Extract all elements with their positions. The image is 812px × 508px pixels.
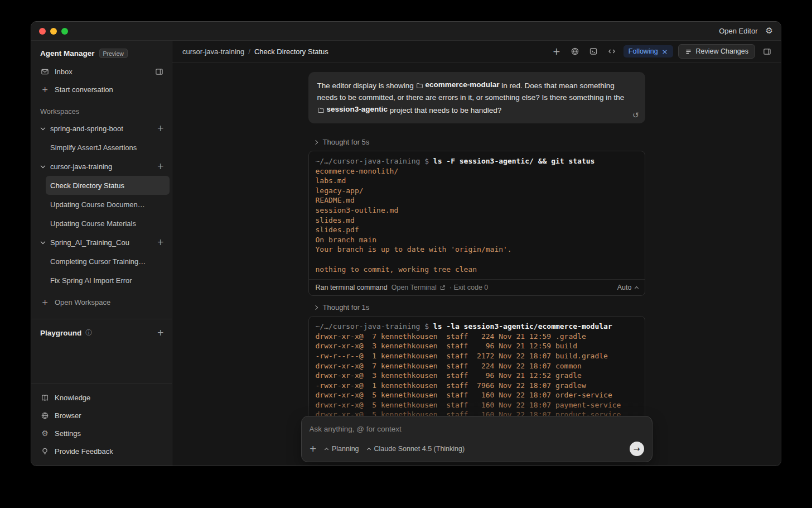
restore-checkpoint-icon[interactable]: ↺ [632,111,639,119]
breadcrumb-page: Check Directory Status [254,47,328,56]
terminal-output: ecommerce-monolith/labs.mdlegacy-app/REA… [316,166,638,275]
ran-command-label: Ran terminal command [316,284,388,291]
conversation-header: cursor-java-training / Check Directory S… [172,41,781,63]
sidebar-item-inbox[interactable]: Inbox [31,63,172,80]
minimize-window-button[interactable] [50,28,57,35]
new-conversation-button[interactable]: + [550,45,563,58]
close-window-button[interactable] [39,28,46,35]
user-message: The editor display is showing ecommerce-… [308,72,645,123]
bulb-icon [40,447,50,456]
terminal-prompt: ~/…/cursor-java-training $ [316,322,433,330]
sidebar-item-knowledge[interactable]: Knowledge [31,389,172,406]
start-conversation-button[interactable]: + Start conversation [31,80,172,98]
workspace-spring-and-spring-boot[interactable]: spring-and-spring-boot+ [31,119,172,138]
sidebar-footer: KnowledgeBrowser⚙SettingsProvide Feedbac… [31,384,172,466]
diff-list-icon [685,48,692,55]
add-conversation-button[interactable]: + [157,162,164,171]
workspace-name: spring-and-spring-boot [50,124,123,133]
sidebar-item-label: Browser [55,411,81,420]
terminal-output-line: slides.pdf [316,225,638,235]
thought-toggle[interactable]: Thought for 1s [314,303,645,311]
gear-icon[interactable]: ⚙ [766,27,773,35]
add-context-button[interactable]: + [310,444,317,453]
folder-icon [317,107,325,114]
conversation-item[interactable]: Updating Course Documen… [46,195,170,214]
add-playground-button[interactable]: + [157,329,164,337]
thought-label: Thought for 1s [323,303,370,311]
close-icon[interactable]: × [662,48,668,55]
conversation-item[interactable]: Updating Course Materials [46,214,170,233]
send-button[interactable]: → [630,442,644,456]
plus-icon: + [40,298,50,306]
terminal-output-line: ecommerce-monolith/ [316,166,638,176]
chevron-right-icon [313,140,317,144]
terminal-output-line: drwxr-xr-x@ 3 kennethkousen staff 96 Nov… [316,341,638,351]
conversation-item[interactable]: Simplify AssertJ Assertions [46,138,170,157]
panel-toggle-icon[interactable] [154,68,164,76]
sidebar-item-label: Knowledge [55,394,90,402]
sidebar-item-playground[interactable]: Playground ⓘ + [31,319,172,346]
terminal-output-line: -rwxr-xr-x@ 1 kennethkousen staff 7966 N… [316,381,638,391]
conversation-item[interactable]: Completing Cursor Training… [46,252,170,271]
sidebar: Agent Manager Preview Inbox + Start conv… [31,41,172,466]
chevron-down-icon [41,125,45,130]
open-terminal-link[interactable]: Open Terminal [392,284,446,291]
terminal-command: ~/…/cursor-java-training $ ls -la sessio… [316,322,638,332]
thought-toggle[interactable]: Thought for 5s [314,138,645,146]
chevron-right-icon [313,305,317,309]
terminal-command-text: ls -F session3-agentic/ && git status [433,157,595,165]
open-editor-button[interactable]: Open Editor [719,27,757,35]
folder-icon [416,82,423,89]
workspace-Spring_AI_Training_Cou[interactable]: Spring_AI_Training_Cou+ [31,233,172,252]
sidebar-item-browser[interactable]: Browser [31,406,172,424]
chat-composer[interactable]: + Planning Claude Sonnet 4.5 (Thinking) … [301,416,652,462]
file-chip[interactable]: ecommerce-modular [416,79,500,90]
open-terminal-label: Open Terminal [392,284,437,291]
terminal-command: ~/…/cursor-java-training $ ls -F session… [316,156,638,166]
review-changes-button[interactable]: Review Changes [678,44,756,59]
terminal-output-line: drwxr-xr-x@ 3 kennethkousen staff 96 Nov… [316,371,638,381]
thought-label: Thought for 5s [323,138,370,146]
file-chip[interactable]: session3-agentic [317,103,388,115]
add-conversation-button[interactable]: + [157,238,164,247]
terminal-output-line: README.md [316,195,638,205]
sidebar-item-settings[interactable]: ⚙Settings [31,424,172,442]
add-conversation-button[interactable]: + [157,124,164,133]
code-icon[interactable] [605,45,618,58]
preview-badge: Preview [99,49,128,58]
chevron-up-icon [325,448,328,452]
terminal-footer: Ran terminal command Open Terminal · Exi… [309,279,645,295]
external-link-icon [439,285,446,291]
workspace-cursor-java-training[interactable]: cursor-java-training+ [31,157,172,176]
sidebar-item-label: Settings [55,429,81,438]
chat-input[interactable] [310,425,644,433]
auto-label: Auto [617,284,632,291]
terminal-icon[interactable] [587,45,600,58]
terminal-output-line [316,255,638,265]
terminal-output-line: labs.md [316,176,638,186]
breadcrumb-workspace[interactable]: cursor-java-training [182,47,244,56]
breadcrumb: cursor-java-training / Check Directory S… [182,47,328,56]
conversation-item[interactable]: Fix Spring AI Import Error [46,271,170,290]
terminal-output-line: nothing to commit, working tree clean [316,265,638,275]
sidebar-item-provide-feedback[interactable]: Provide Feedback [31,442,172,460]
layout-panel-icon[interactable] [760,45,774,58]
globe-icon [40,411,50,420]
model-selector[interactable]: Claude Sonnet 4.5 (Thinking) [368,445,465,453]
conversation-item[interactable]: Check Directory Status [46,176,170,195]
mode-selector[interactable]: Planning [325,445,359,453]
terminal-output-line: slides.md [316,215,638,226]
auto-run-dropdown[interactable]: Auto [617,284,638,291]
open-workspace-button[interactable]: + Open Workspace [31,293,172,311]
following-toggle[interactable]: Following × [624,45,673,57]
send-arrow-icon: → [634,444,640,453]
terminal-output-line: drwxr-xr-x@ 7 kennethkousen staff 224 No… [316,332,638,342]
workspace-tree: spring-and-spring-boot+Simplify AssertJ … [31,119,172,290]
user-message-text: The editor display is showing ecommerce-… [317,82,625,114]
review-changes-label: Review Changes [696,47,749,55]
model-label: Claude Sonnet 4.5 (Thinking) [374,445,465,453]
browser-icon[interactable] [568,45,582,58]
terminal-prompt: ~/…/cursor-java-training $ [316,157,433,165]
playground-label: Playground [40,329,81,337]
zoom-window-button[interactable] [61,28,68,35]
